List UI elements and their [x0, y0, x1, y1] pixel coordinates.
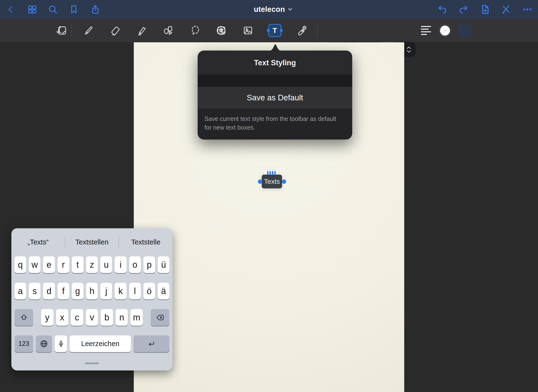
key-s[interactable]: s — [29, 283, 40, 299]
key-c[interactable]: c — [71, 309, 83, 326]
onscreen-keyboard: „Texts“ Textstellen Textstelle q w e r t… — [11, 228, 172, 370]
key-ae[interactable]: ä — [158, 283, 169, 299]
globe-key[interactable] — [36, 335, 52, 352]
key-f[interactable]: f — [58, 283, 69, 299]
key-row-1: q w e r t z u i o p ü — [15, 256, 169, 273]
dictation-key[interactable] — [55, 335, 67, 352]
lasso-icon — [190, 25, 201, 36]
key-y[interactable]: y — [41, 309, 53, 326]
pen-crossed-icon — [501, 4, 511, 15]
shapes-icon — [163, 25, 174, 36]
key-x[interactable]: x — [56, 309, 68, 326]
backspace-key[interactable] — [151, 309, 169, 326]
ellipsis-icon — [522, 4, 533, 15]
suggestion-bar: „Texts“ Textstellen Textstelle — [11, 228, 172, 256]
return-icon — [147, 340, 156, 348]
key-row-4: 123 Leerzeichen — [15, 335, 169, 352]
key-oe[interactable]: ö — [143, 283, 155, 299]
popup-description: Save current text style from the toolbar… — [198, 109, 352, 140]
description-line-1: Save current text style from the toolbar… — [204, 114, 345, 123]
textbox-left-resize-dot[interactable] — [258, 179, 262, 184]
add-page-button[interactable] — [480, 4, 490, 15]
key-g[interactable]: g — [72, 283, 83, 299]
shift-icon — [20, 313, 28, 322]
return-key[interactable] — [134, 335, 169, 352]
shapes-tool-button[interactable] — [163, 25, 174, 36]
suggestion-2[interactable]: Textstellen — [65, 228, 119, 256]
text-styling-popup: Text Styling Save as Default Save curren… — [198, 51, 352, 140]
keyboard-rows: q w e r t z u i o p ü a s d f g h j k — [11, 256, 172, 352]
highlighter-tool-button[interactable] — [136, 25, 148, 36]
undo-icon — [437, 4, 448, 15]
suggestion-1[interactable]: „Texts“ — [11, 228, 65, 256]
text-style-presets-button[interactable] — [216, 25, 538, 36]
key-m[interactable]: m — [130, 309, 143, 326]
key-k[interactable]: k — [115, 283, 126, 299]
key-row-2: a s d f g h j k l ö ä — [15, 283, 169, 299]
bookmark-button[interactable] — [69, 4, 79, 15]
share-button[interactable] — [90, 4, 100, 15]
key-b[interactable]: b — [101, 309, 113, 326]
more-options-button[interactable] — [522, 4, 533, 15]
save-as-default-label: Save as Default — [247, 93, 303, 102]
numbers-key[interactable]: 123 — [15, 335, 33, 352]
key-d[interactable]: d — [43, 283, 55, 299]
redo-icon — [458, 4, 469, 15]
popup-arrow — [268, 43, 283, 51]
handle-bar — [267, 171, 269, 175]
key-row-3: y x c v b n m — [15, 309, 169, 326]
notebook-title: utelecon — [254, 5, 285, 14]
pen-mode-toggle-button[interactable] — [501, 4, 511, 15]
back-button[interactable] — [7, 5, 15, 14]
key-i[interactable]: i — [115, 256, 126, 273]
share-icon — [90, 4, 100, 15]
tools-toolbar: T HiraginoSans-... 16 — [0, 19, 538, 42]
microphone-icon — [57, 340, 65, 348]
canvas-text-box[interactable]: Texts — [262, 175, 282, 188]
suggestion-3[interactable]: Textstelle — [119, 228, 172, 256]
eraser-tool-button[interactable] — [110, 25, 121, 36]
popup-header: Text Styling — [198, 51, 352, 75]
description-line-2: for new text boxes. — [204, 123, 345, 132]
key-a[interactable]: a — [15, 283, 26, 299]
handle-bar — [274, 171, 276, 175]
key-o[interactable]: o — [129, 256, 141, 273]
key-z[interactable]: z — [86, 256, 98, 273]
key-e[interactable]: e — [43, 256, 55, 273]
textbox-right-resize-dot[interactable] — [282, 179, 286, 184]
toolbar-separator — [71, 23, 72, 37]
key-n[interactable]: n — [116, 309, 128, 326]
pages-overview-button[interactable] — [27, 4, 37, 15]
key-t[interactable]: t — [72, 256, 83, 273]
page-scroll-tool-button[interactable] — [56, 25, 67, 36]
handle-bar — [272, 171, 273, 175]
redo-button[interactable] — [458, 4, 469, 15]
save-as-default-button[interactable]: Save as Default — [198, 87, 352, 109]
lasso-tool-button[interactable] — [190, 25, 201, 36]
key-p[interactable]: p — [143, 256, 155, 273]
backspace-icon — [156, 313, 164, 322]
popup-divider-band — [198, 75, 352, 87]
top-navigation-bar: utelecon — [0, 0, 538, 19]
key-w[interactable]: w — [29, 256, 40, 273]
search-button[interactable] — [48, 4, 58, 15]
highlighter-icon — [136, 25, 148, 36]
shift-key[interactable] — [15, 309, 33, 326]
text-box-content: Texts — [264, 178, 280, 185]
key-h[interactable]: h — [86, 283, 98, 299]
key-ue[interactable]: ü — [158, 256, 169, 273]
key-v[interactable]: v — [86, 309, 98, 326]
key-q[interactable]: q — [15, 256, 26, 273]
pen-tool-button[interactable] — [83, 25, 94, 36]
key-l[interactable]: l — [129, 283, 141, 299]
key-r[interactable]: r — [58, 256, 69, 273]
globe-icon — [39, 339, 48, 348]
space-key[interactable]: Leerzeichen — [70, 335, 131, 352]
undo-button[interactable] — [437, 4, 448, 15]
search-icon — [48, 4, 58, 15]
page-scroll-icon — [56, 25, 67, 36]
key-j[interactable]: j — [100, 283, 112, 299]
key-u[interactable]: u — [100, 256, 112, 273]
notebook-title-group[interactable]: utelecon — [254, 5, 292, 14]
keyboard-drag-handle[interactable] — [85, 362, 99, 364]
